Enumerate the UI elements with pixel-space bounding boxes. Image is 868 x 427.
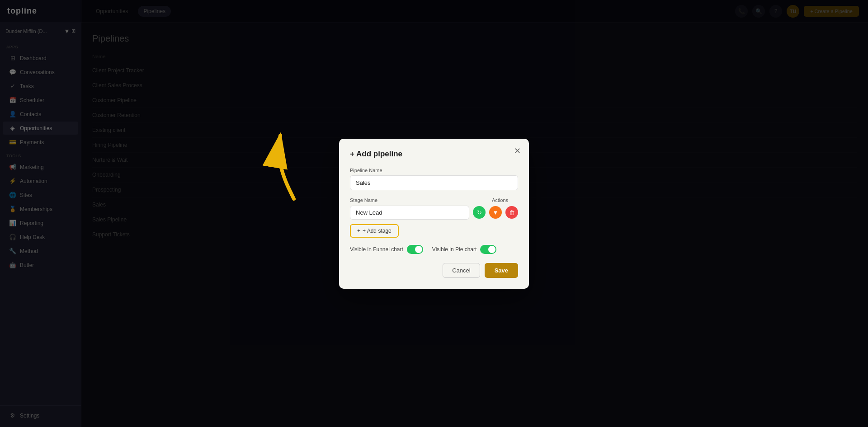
stage-action-green-button[interactable]: ↻ — [473, 206, 486, 219]
stage-name-input[interactable] — [350, 206, 469, 220]
stage-header-row: Stage Name Actions — [350, 197, 518, 203]
pie-chart-toggle[interactable] — [480, 245, 496, 254]
plus-icon: + — [357, 228, 360, 234]
add-pipeline-modal: + Add pipeline ✕ Pipeline Name Stage Nam… — [339, 139, 529, 289]
pipeline-name-label: Pipeline Name — [350, 168, 518, 173]
pipeline-name-input[interactable] — [350, 175, 518, 190]
stage-action-filter-button[interactable]: ▼ — [489, 206, 502, 219]
stage-row: ↻ ▼ 🗑 — [350, 206, 518, 220]
cancel-button[interactable]: Cancel — [443, 263, 480, 278]
add-stage-label: + Add stage — [363, 228, 392, 234]
visibility-toggles-row: Visible in Funnel chart Visible in Pie c… — [350, 245, 518, 254]
stage-action-delete-button[interactable]: 🗑 — [505, 206, 518, 219]
modal-footer: Cancel Save — [350, 263, 518, 278]
pie-chart-label: Visible in Pie chart — [432, 246, 477, 253]
actions-header-label: Actions — [482, 197, 518, 203]
add-stage-button[interactable]: + + Add stage — [350, 224, 399, 238]
save-button[interactable]: Save — [485, 263, 518, 278]
modal-title: + Add pipeline — [350, 150, 518, 159]
funnel-chart-toggle[interactable] — [407, 245, 423, 254]
funnel-chart-toggle-group: Visible in Funnel chart — [350, 245, 423, 254]
modal-overlay: + Add pipeline ✕ Pipeline Name Stage Nam… — [0, 0, 868, 427]
funnel-chart-label: Visible in Funnel chart — [350, 246, 403, 253]
stage-name-header-label: Stage Name — [350, 197, 482, 203]
pie-chart-toggle-group: Visible in Pie chart — [432, 245, 497, 254]
modal-close-button[interactable]: ✕ — [514, 147, 521, 155]
